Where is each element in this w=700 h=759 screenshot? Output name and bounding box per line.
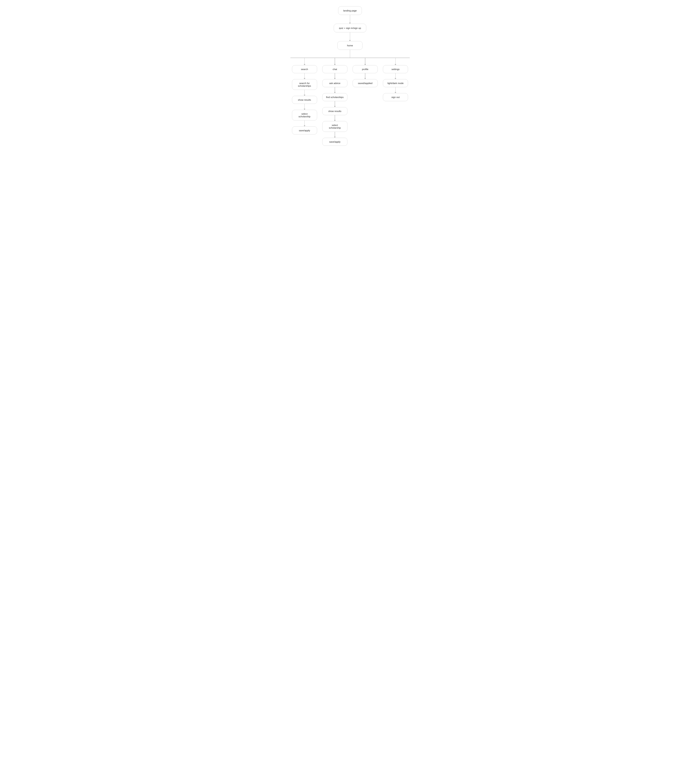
connector-to-chat — [334, 58, 336, 65]
connector-home-to-split — [350, 50, 350, 58]
connector-find-to-show-results — [334, 101, 336, 107]
node-profile: profile — [353, 65, 378, 73]
branch-profile: profile saved/applied — [351, 58, 379, 87]
node-search-for-scholarships: search for scholarships — [292, 79, 317, 90]
node-show-results-2: show results — [322, 107, 347, 115]
node-select-scholarship-2: select scholarship — [322, 121, 347, 132]
connector-to-search — [304, 58, 305, 65]
connector-settings-to-lightdark — [395, 73, 396, 79]
node-landing-page: landing page — [338, 6, 362, 15]
connector-lightdark-to-signout — [395, 87, 396, 93]
branch-search: search search for scholarships show resu… — [291, 58, 319, 135]
branch-settings: settings light/dark mode sign out — [381, 58, 409, 101]
branch-chat: chat ask advice find scholarships — [321, 58, 349, 146]
connector-show-results-to-select — [304, 104, 305, 110]
connector-search-for-to-show-results — [304, 90, 305, 96]
node-quiz-signin: quiz + sign in/sign up — [334, 24, 366, 32]
connector-to-settings — [395, 58, 396, 65]
node-save-apply-1: save/apply — [292, 127, 317, 135]
connector-to-profile — [364, 58, 366, 65]
connector-ask-to-find — [334, 87, 336, 93]
node-saved-applied: saved/applied — [353, 79, 378, 87]
branches-container: search search for scholarships show resu… — [3, 58, 697, 146]
node-search: search — [292, 65, 317, 73]
branches-row: search search for scholarships show resu… — [291, 58, 410, 146]
connector-chat-to-ask-advice — [334, 73, 336, 79]
connector-landing-to-quiz — [349, 15, 351, 24]
connector-profile-to-saved — [364, 73, 366, 79]
connector-quiz-to-home — [349, 32, 351, 41]
node-light-dark-mode: light/dark mode — [383, 79, 408, 87]
connector-search-to-search-for — [304, 73, 305, 79]
node-select-scholarship-1: select scholarship — [292, 110, 317, 121]
node-save-apply-2: save/apply — [322, 138, 347, 146]
node-home: home — [338, 41, 362, 50]
node-sign-out: sign out — [383, 93, 408, 101]
node-ask-advice: ask advice — [322, 79, 347, 87]
node-show-results-1: show results — [292, 96, 317, 104]
node-find-scholarships: find scholarships — [322, 93, 347, 101]
connector-select-2-to-save-2 — [334, 132, 336, 138]
flowchart-diagram: landing page quiz + sign in/sign up home — [3, 6, 697, 146]
node-chat: chat — [322, 65, 347, 73]
connector-select-to-save-1 — [304, 121, 305, 127]
connector-show-results-2-to-select — [334, 115, 336, 121]
node-settings: settings — [383, 65, 408, 73]
